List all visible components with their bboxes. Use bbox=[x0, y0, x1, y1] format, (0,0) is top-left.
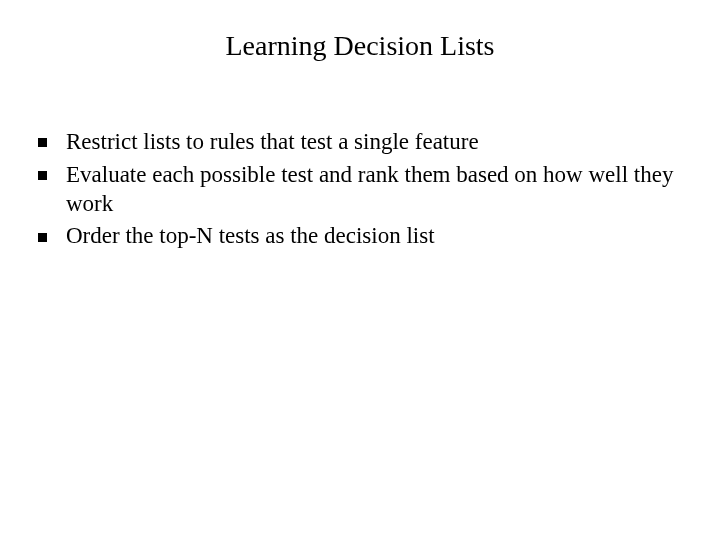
list-item-text: Order the top-N tests as the decision li… bbox=[66, 223, 435, 248]
list-item-text: Restrict lists to rules that test a sing… bbox=[66, 129, 479, 154]
square-bullet-icon bbox=[38, 138, 47, 147]
slide: Learning Decision Lists Restrict lists t… bbox=[0, 0, 720, 540]
list-item-text: Evaluate each possible test and rank the… bbox=[66, 162, 673, 216]
list-item: Order the top-N tests as the decision li… bbox=[38, 222, 682, 251]
square-bullet-icon bbox=[38, 233, 47, 242]
square-bullet-icon bbox=[38, 171, 47, 180]
list-item: Evaluate each possible test and rank the… bbox=[38, 161, 682, 219]
slide-title: Learning Decision Lists bbox=[0, 30, 720, 62]
slide-body: Restrict lists to rules that test a sing… bbox=[38, 128, 682, 255]
list-item: Restrict lists to rules that test a sing… bbox=[38, 128, 682, 157]
bullet-list: Restrict lists to rules that test a sing… bbox=[38, 128, 682, 251]
